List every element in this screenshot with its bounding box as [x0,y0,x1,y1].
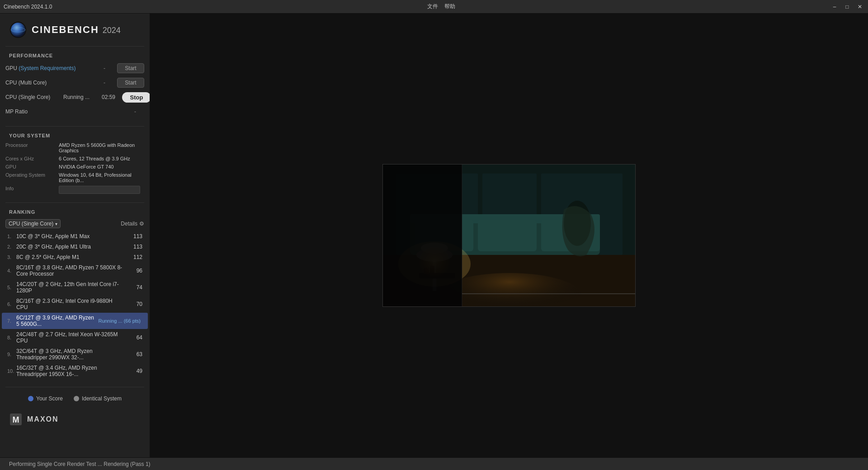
svg-text:M: M [13,415,19,424]
legend-identical-system: Identical System [74,395,122,402]
sys-key-processor: Processor [5,142,55,148]
sys-row-gpu: GPU NVIDIA GeForce GT 740 [0,163,150,171]
ranking-list-item[interactable]: 2.20C @ 3* GHz, Apple M1 Ultra113 [2,242,148,252]
ranking-dropdown-label: CPU (Single Core) [9,221,53,227]
ranking-item-label: 8C/16T @ 3.8 GHz, AMD Ryzen 7 5800X 8-Co… [16,264,124,277]
render-scene [383,164,636,307]
maxon-logo-area: M MAXON [0,404,150,431]
status-text: Performing Single Core Render Test ... R… [9,461,151,467]
ranking-list-item[interactable]: 5.14C/20T @ 2 GHz, 12th Gen Intel Core i… [2,279,148,296]
sys-row-processor: Processor AMD Ryzen 5 5600G with Radeon … [0,141,150,155]
perf-value-mp-ratio: - [126,108,144,115]
svg-rect-29 [462,293,636,294]
window-title: Cinebench 2024.1.0 [4,4,52,10]
details-link[interactable]: Details ⚙ [121,221,144,227]
svg-rect-27 [383,164,462,307]
legend: Your Score Identical System [0,390,150,404]
system-header: YOUR SYSTEM [0,129,150,141]
svg-rect-16 [478,220,537,251]
ranking-list-item[interactable]: 1.10C @ 3* GHz, Apple M1 Max113 [2,231,148,241]
render-area [150,14,868,457]
perf-row-gpu: GPU (System Requirements) - Start [0,61,150,75]
perf-label-cpu-single: CPU (Single Core) [5,94,60,100]
ranking-item-number: 4. [7,268,16,273]
ranking-item-label: 24C/48T @ 2.7 GHz, Intel Xeon W-3265M CP… [16,331,124,344]
titlebar-controls: – □ ✕ [830,2,864,11]
maxon-label: MAXON [27,415,59,423]
ranking-item-label: 8C @ 2.5* GHz, Apple M1 [16,254,124,260]
performance-section: PERFORMANCE GPU (System Requirements) - … [0,49,150,123]
ranking-item-label: 16C/32T @ 3.4 GHz, AMD Ryzen Threadrippe… [16,365,124,377]
ranking-item-number: 3. [7,254,16,260]
ranking-item-label: 14C/20T @ 2 GHz, 12th Gen Intel Core i7-… [16,281,124,294]
render-canvas [382,164,636,307]
titlebar: Cinebench 2024.1.0 文件 帮助 – □ ✕ [0,0,868,14]
sys-row-cores: Cores x GHz 6 Cores, 12 Threads @ 3.9 GH… [0,155,150,163]
identical-system-dot [74,396,79,401]
ranking-list-item[interactable]: 10.16C/32T @ 3.4 GHz, AMD Ryzen Threadri… [2,363,148,379]
your-score-label: Your Score [36,395,63,402]
perf-label-mp-ratio: MP Ratio [5,108,123,115]
main-content: CINEBENCH 2024 PERFORMANCE GPU (System R… [0,14,868,457]
ranking-item-label: 8C/16T @ 2.3 GHz, Intel Core i9-9880H CP… [16,298,124,310]
ranking-item-score: 63 [124,351,142,357]
ranking-item-number: 8. [7,335,16,340]
ranking-item-label: 32C/64T @ 3 GHz, AMD Ryzen Threadripper … [16,348,124,361]
ranking-list-item[interactable]: 8.24C/48T @ 2.7 GHz, Intel Xeon W-3265M … [2,329,148,346]
cpu-single-timer: 02:59 [99,94,118,100]
sys-input-info[interactable] [59,186,140,194]
ranking-list-item[interactable]: 3.8C @ 2.5* GHz, Apple M1112 [2,252,148,262]
gpu-start-button[interactable]: Start [117,63,144,73]
ranking-dropdown[interactable]: CPU (Single Core) ▾ [5,219,61,228]
sys-val-os: Windows 10, 64 Bit, Professional Edition… [59,172,144,183]
performance-header: PERFORMANCE [0,49,150,61]
status-bar: Performing Single Core Render Test ... R… [0,457,868,470]
menu-item-help[interactable]: 帮助 [444,3,455,10]
ranking-item-number: 2. [7,244,16,249]
ranking-item-score: 113 [124,233,142,240]
sys-row-os: Operating System Windows 10, 64 Bit, Pro… [0,171,150,184]
menu-item-file[interactable]: 文件 [427,3,438,10]
sys-val-cores: 6 Cores, 12 Threads @ 3.9 GHz [59,156,144,161]
close-button[interactable]: ✕ [855,2,864,11]
gpu-highlight: (System Requirements) [19,65,75,71]
chevron-down-icon: ▾ [55,221,57,226]
ranking-section: RANKING CPU (Single Core) ▾ Details ⚙ 1.… [0,206,150,384]
ranking-item-score: 113 [124,244,142,250]
left-panel: CINEBENCH 2024 PERFORMANCE GPU (System R… [0,14,150,457]
perf-label-cpu-multi: CPU (Multi Core) [5,80,92,86]
cpu-single-status: Running ... [63,94,95,100]
ranking-item-label: 10C @ 3* GHz, Apple M1 Max [16,233,124,240]
sys-val-processor: AMD Ryzen 5 5600G with Radeon Graphics [59,142,144,153]
sys-val-gpu: NVIDIA GeForce GT 740 [59,164,144,169]
ranking-list-item[interactable]: 9.32C/64T @ 3 GHz, AMD Ryzen Threadrippe… [2,346,148,362]
maximize-button[interactable]: □ [843,2,852,11]
ranking-list-item[interactable]: 7.6C/12T @ 3.9 GHz, AMD Ryzen 5 5600G...… [2,313,148,329]
ranking-item-number: 1. [7,234,16,239]
ranking-item-running: Running ... (66 pts) [98,318,141,324]
sys-key-os: Operating System [5,172,55,178]
ranking-item-score: 112 [124,254,142,260]
sys-key-info: Info [5,186,55,191]
ranking-list-item[interactable]: 6.8C/16T @ 2.3 GHz, Intel Core i9-9880H … [2,296,148,312]
ranking-list: 1.10C @ 3* GHz, Apple M1 Max1132.20C @ 3… [0,231,150,379]
cpu-multi-start-button[interactable]: Start [117,78,144,88]
legend-your-score: Your Score [28,395,63,402]
sys-key-gpu: GPU [5,164,55,169]
ranking-item-number: 5. [7,285,16,290]
perf-row-cpu-multi: CPU (Multi Core) - Start [0,75,150,90]
cpu-single-stop-button[interactable]: Stop [122,92,150,103]
ranking-item-number: 9. [7,352,16,357]
maxon-logo-icon: M [9,413,23,426]
ranking-list-item[interactable]: 4.8C/16T @ 3.8 GHz, AMD Ryzen 7 5800X 8-… [2,263,148,279]
ranking-item-number: 6. [7,301,16,307]
system-section: YOUR SYSTEM Processor AMD Ryzen 5 5600G … [0,129,150,200]
ranking-item-score: 64 [124,334,142,341]
minimize-button[interactable]: – [830,2,839,11]
perf-value-gpu: - [95,65,113,71]
logo-area: CINEBENCH 2024 [0,14,150,43]
ranking-item-score: 74 [124,284,142,291]
cinebench-logo-icon [9,21,27,39]
sys-row-info: Info [0,184,150,195]
perf-label-gpu: GPU (System Requirements) [5,65,92,71]
